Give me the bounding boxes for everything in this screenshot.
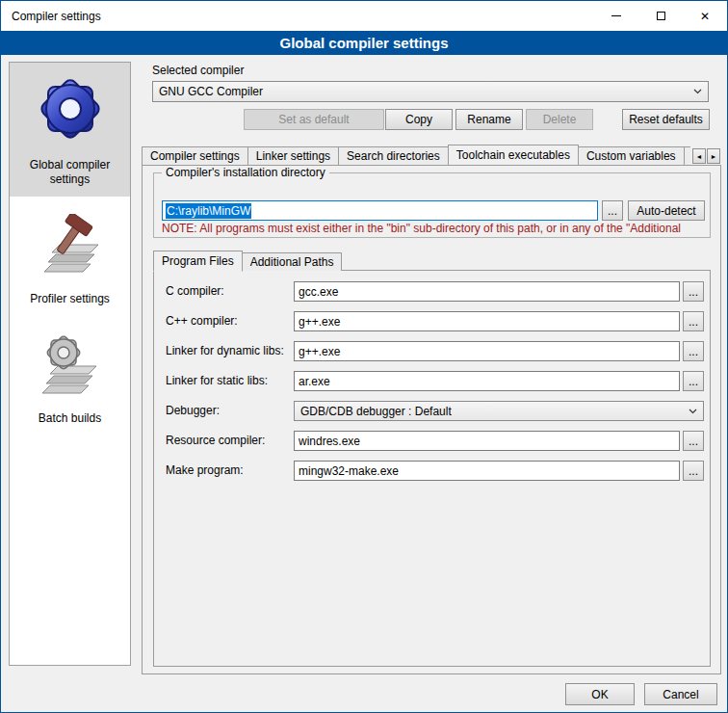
tab-build-options[interactable]: Buil (684, 146, 690, 165)
c-compiler-browse-button[interactable]: ... (683, 281, 704, 302)
profiler-icon (37, 214, 104, 284)
linker-static-label: Linker for static libs: (166, 374, 268, 387)
resource-compiler-browse-button[interactable]: ... (683, 431, 704, 451)
program-files-tab-strip: Program Files Additional Paths (153, 250, 341, 271)
make-program-label: Make program: (166, 463, 244, 477)
sidebar-item-label: Profiler settings (30, 292, 110, 306)
settings-category-list: Global compiler settings Profiler settin… (9, 62, 131, 666)
arrow-left-icon: ◄ (696, 153, 703, 160)
tab-scroll-left-button[interactable]: ◄ (692, 148, 706, 164)
linker-static-input[interactable] (294, 371, 680, 391)
tab-compiler-settings[interactable]: Compiler settings (142, 146, 248, 165)
sidebar-item-profiler-settings[interactable]: Profiler settings (10, 206, 130, 316)
c-compiler-input[interactable] (294, 281, 680, 302)
gear-icon (32, 70, 109, 150)
cpp-compiler-label: C++ compiler: (166, 314, 238, 328)
maximize-button[interactable] (638, 1, 683, 31)
set-as-default-button[interactable]: Set as default (244, 109, 384, 130)
tab-scroll-right-button[interactable]: ► (707, 148, 720, 164)
dialog-header-title: Global compiler settings (279, 35, 448, 51)
maximize-icon (657, 12, 665, 20)
sidebar-item-batch-builds[interactable]: Batch builds (10, 326, 130, 436)
tab-custom-variables[interactable]: Custom variables (578, 146, 685, 165)
close-icon: ✕ (700, 11, 710, 22)
chevron-down-icon (693, 89, 702, 94)
window-controls: ✕ (594, 1, 727, 31)
installation-directory-value: C:\raylib\MinGW (166, 203, 251, 219)
cpp-compiler-browse-button[interactable]: ... (683, 311, 704, 331)
installation-directory-group-title: Compiler's installation directory (162, 166, 329, 179)
installation-directory-note: NOTE: All programs must exist either in … (162, 222, 707, 235)
auto-detect-button[interactable]: Auto-detect (628, 200, 705, 221)
linker-static-browse-button[interactable]: ... (683, 371, 704, 391)
sidebar-item-label: Batch builds (39, 411, 101, 426)
make-program-browse-button[interactable]: ... (683, 461, 704, 481)
installation-directory-input[interactable]: C:\raylib\MinGW (162, 200, 598, 221)
selected-compiler-value: GNU GCC Compiler (159, 85, 263, 98)
tab-additional-paths[interactable]: Additional Paths (242, 252, 343, 271)
close-button[interactable]: ✕ (683, 1, 727, 31)
toolchain-executables-panel: Compiler's installation directory C:\ray… (142, 165, 721, 674)
settings-tab-strip: Compiler settings Linker settings Search… (142, 145, 690, 165)
minimize-icon (611, 15, 621, 16)
copy-button[interactable]: Copy (385, 109, 453, 130)
ok-button[interactable]: OK (565, 683, 635, 705)
make-program-input[interactable] (294, 461, 680, 481)
cpp-compiler-input[interactable] (294, 311, 680, 331)
rename-button[interactable]: Rename (455, 109, 523, 130)
reset-defaults-button[interactable]: Reset defaults (622, 109, 710, 130)
compiler-settings-window: Compiler settings ✕ Global compiler sett… (0, 0, 728, 713)
linker-dynamic-label: Linker for dynamic libs: (166, 344, 284, 357)
minimize-button[interactable] (594, 1, 638, 31)
batch-builds-icon (37, 333, 104, 404)
tab-toolchain-executables[interactable]: Toolchain executables (448, 145, 579, 165)
dialog-header: Global compiler settings (1, 31, 727, 55)
linker-dynamic-input[interactable] (294, 341, 680, 361)
debugger-label: Debugger: (166, 404, 220, 417)
debugger-combobox[interactable]: GDB/CDB debugger : Default (294, 401, 704, 421)
sidebar-item-label: Global compiler settings (12, 158, 128, 187)
arrow-right-icon: ► (711, 153, 717, 160)
tab-program-files[interactable]: Program Files (153, 251, 243, 272)
selected-compiler-label: Selected compiler (152, 64, 244, 77)
installation-directory-browse-button[interactable]: ... (602, 200, 623, 221)
tab-search-directories[interactable]: Search directories (338, 146, 449, 165)
resource-compiler-input[interactable] (294, 431, 680, 451)
tab-linker-settings[interactable]: Linker settings (247, 146, 339, 165)
resource-compiler-label: Resource compiler: (166, 434, 265, 447)
debugger-value: GDB/CDB debugger : Default (300, 405, 452, 418)
linker-dynamic-browse-button[interactable]: ... (683, 341, 704, 361)
c-compiler-label: C compiler: (166, 284, 224, 298)
window-title: Compiler settings (1, 10, 101, 23)
titlebar: Compiler settings ✕ (1, 1, 727, 31)
program-files-panel: C compiler: ... C++ compiler: ... Linker… (153, 270, 711, 667)
sidebar-item-global-compiler-settings[interactable]: Global compiler settings (10, 63, 130, 197)
delete-button[interactable]: Delete (526, 109, 593, 130)
selected-compiler-combobox[interactable]: GNU GCC Compiler (152, 81, 709, 102)
chevron-down-icon (689, 409, 697, 414)
cancel-button[interactable]: Cancel (644, 683, 717, 705)
installation-directory-groupbox: Compiler's installation directory C:\ray… (153, 172, 711, 238)
